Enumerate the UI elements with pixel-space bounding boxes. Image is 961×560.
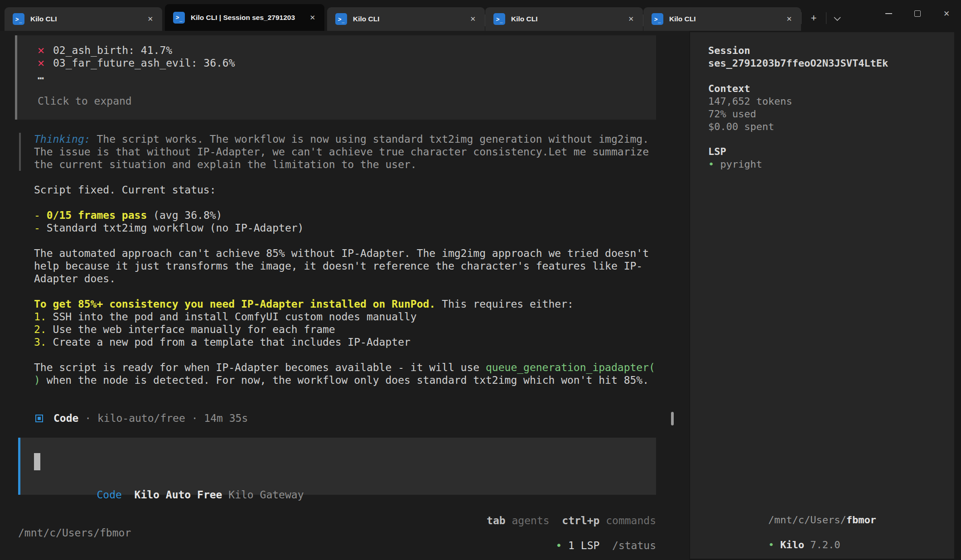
sidebar-spacer bbox=[708, 171, 954, 501]
agent-model: kilo-auto/free bbox=[97, 412, 185, 424]
lsp-count: 1 LSP bbox=[568, 540, 599, 551]
terminal-line: - 0/15 frames pass (avg 36.8%) bbox=[34, 209, 689, 222]
sidebar-column: Session ses_2791203b7ffeoO2N3JSVT4LtEk C… bbox=[689, 31, 961, 560]
close-button[interactable]: ✕ bbox=[932, 2, 961, 25]
thinking-line: the current situation and explain the li… bbox=[34, 158, 689, 171]
terminal-line bbox=[34, 234, 689, 247]
prompt-input[interactable]: Code Kilo Auto Free Kilo Gateway bbox=[18, 438, 656, 495]
tab-3[interactable]: >_Kilo CLI✕ bbox=[327, 7, 485, 31]
agent-elapsed: 14m 35s bbox=[204, 412, 248, 424]
tab-close-icon[interactable]: ✕ bbox=[783, 14, 795, 24]
minimize-icon bbox=[885, 13, 892, 14]
hint-key-ctrlp: ctrl+p bbox=[562, 515, 599, 526]
terminal-line: To get 85%+ consistency you need IP-Adap… bbox=[34, 298, 689, 310]
minimize-button[interactable] bbox=[874, 2, 903, 25]
blank-line bbox=[708, 70, 954, 82]
status-right: • 1 LSP /status bbox=[493, 526, 656, 539]
keyboard-hints: tab agents ctrl+p commands bbox=[0, 502, 689, 514]
thinking-line: The issue is that without IP-Adapter, we… bbox=[34, 145, 689, 158]
thinking-label: Thinking: bbox=[34, 133, 91, 145]
context-tokens: 147,652 tokens bbox=[708, 95, 954, 108]
text-segment: queue_generation_ipadapter( bbox=[486, 362, 655, 373]
text-segment: help because it just transforms the imag… bbox=[34, 260, 642, 272]
collapsed-tool-output[interactable]: ✕02_ash_birth: 41.7%✕03_far_future_ash_e… bbox=[15, 35, 656, 120]
close-icon: ✕ bbox=[943, 9, 950, 19]
tab-label: Kilo CLI | Session ses_2791203 bbox=[191, 14, 303, 22]
tab-strip: >_Kilo CLI✕>_Kilo CLI | Session ses_2791… bbox=[5, 4, 801, 31]
status-command[interactable]: /status bbox=[612, 540, 656, 551]
tab-close-icon[interactable]: ✕ bbox=[625, 14, 637, 24]
tab-4[interactable]: >_Kilo CLI✕ bbox=[485, 7, 643, 31]
terminal-line bbox=[34, 196, 689, 209]
separator: · bbox=[185, 412, 204, 424]
text-segment: The script is ready for when IP-Adapter … bbox=[34, 362, 486, 373]
text-segment: Create a new pod from a template that in… bbox=[53, 336, 410, 348]
lsp-server-row: • pyright bbox=[708, 158, 954, 171]
session-id: ses_2791203b7ffeoO2N3JSVT4LtEk bbox=[708, 57, 954, 70]
app-status-dot: • bbox=[768, 539, 780, 550]
gap bbox=[599, 540, 612, 551]
tab-2[interactable]: >_Kilo CLI | Session ses_2791203✕ bbox=[165, 4, 324, 31]
terminal-line: Script fixed. Current status: bbox=[34, 183, 689, 196]
app-name: Kilo bbox=[780, 539, 810, 550]
context-spent: $0.00 spent bbox=[708, 121, 954, 133]
lsp-status-dot: • bbox=[708, 159, 720, 170]
text-segment: The automated approach can't achieve 85%… bbox=[34, 247, 649, 259]
input-profile-label: Kilo Auto Free bbox=[135, 489, 222, 501]
text-segment: when the node is detected. For now, the … bbox=[47, 374, 649, 386]
text-segment: (avg 36.8%) bbox=[147, 209, 222, 221]
window-controls: ✕ bbox=[874, 0, 961, 27]
status-bar: /mnt/c/Users/fbmor • 1 LSP /status bbox=[0, 526, 689, 539]
new-tab-button[interactable]: + bbox=[802, 12, 826, 24]
thinking-block: Thinking: The script works. The workflow… bbox=[19, 133, 689, 171]
tab-5[interactable]: >_Kilo CLI✕ bbox=[643, 7, 801, 31]
gap bbox=[222, 489, 228, 501]
text-segment: Standard txt2img workflow (no IP-Adapter… bbox=[47, 222, 304, 234]
agent-mode: Code bbox=[53, 412, 78, 424]
text-segment: SSH into the pod and install ComfyUI cus… bbox=[53, 311, 417, 323]
terminal-line: 3. Create a new pod from a template that… bbox=[34, 336, 689, 348]
text-segment: 3. bbox=[34, 336, 53, 348]
terminal-output: Script fixed. Current status: - 0/15 fra… bbox=[34, 183, 689, 386]
terminal-pane: ✕02_ash_birth: 41.7%✕03_far_future_ash_e… bbox=[0, 31, 689, 560]
blank-line bbox=[708, 514, 954, 526]
maximize-icon bbox=[914, 10, 921, 17]
text-segment: 2. bbox=[34, 323, 53, 335]
terminal-line bbox=[34, 285, 689, 298]
terminal-line: The script is ready for when IP-Adapter … bbox=[34, 361, 689, 374]
app-version: 7.2.0 bbox=[810, 539, 840, 550]
powershell-icon: >_ bbox=[173, 12, 185, 24]
blank-line bbox=[708, 133, 954, 145]
separator: · bbox=[78, 412, 97, 424]
expand-hint-text[interactable]: Click to expand bbox=[38, 95, 656, 107]
terminal-window: >_Kilo CLI✕>_Kilo CLI | Session ses_2791… bbox=[0, 0, 961, 560]
sidebar-app-version: • Kilo 7.2.0 bbox=[708, 526, 954, 539]
scrollbar-thumb[interactable] bbox=[671, 412, 674, 425]
thinking-line: Thinking: The script works. The workflow… bbox=[34, 133, 689, 145]
input-gateway-label: Kilo Gateway bbox=[228, 489, 304, 501]
tab-label: Kilo CLI bbox=[669, 15, 780, 23]
terminal-line: 1. SSH into the pod and install ComfyUI … bbox=[34, 310, 689, 323]
terminal-line: The automated approach can't achieve 85%… bbox=[34, 247, 689, 260]
tab-label: Kilo CLI bbox=[511, 15, 622, 23]
tab-1[interactable]: >_Kilo CLI✕ bbox=[5, 7, 162, 31]
input-mode-label[interactable]: Code bbox=[97, 489, 121, 501]
tab-close-icon[interactable]: ✕ bbox=[145, 14, 156, 24]
collapsed-failures: ✕02_ash_birth: 41.7%✕03_far_future_ash_e… bbox=[38, 44, 656, 69]
gap bbox=[550, 515, 562, 526]
fail-text: 02_ash_birth: 41.7% bbox=[53, 44, 172, 57]
fail-x-icon: ✕ bbox=[38, 44, 53, 57]
maximize-button[interactable] bbox=[903, 2, 932, 25]
text-segment: - bbox=[34, 209, 47, 221]
tab-label: Kilo CLI bbox=[353, 15, 464, 23]
tab-dropdown-button[interactable] bbox=[826, 17, 848, 21]
sidebar-cwd: /mnt/c/Users/fbmor bbox=[708, 501, 954, 514]
lsp-heading: LSP bbox=[708, 145, 954, 158]
tab-close-icon[interactable]: ✕ bbox=[467, 14, 478, 24]
context-used: 72% used bbox=[708, 108, 954, 121]
terminal-line: 2. Use the web interface manually for ea… bbox=[34, 323, 689, 336]
text-segment: - bbox=[34, 222, 47, 234]
text-cursor bbox=[34, 453, 40, 470]
code-mode-icon bbox=[35, 415, 43, 422]
tab-close-icon[interactable]: ✕ bbox=[307, 13, 318, 23]
